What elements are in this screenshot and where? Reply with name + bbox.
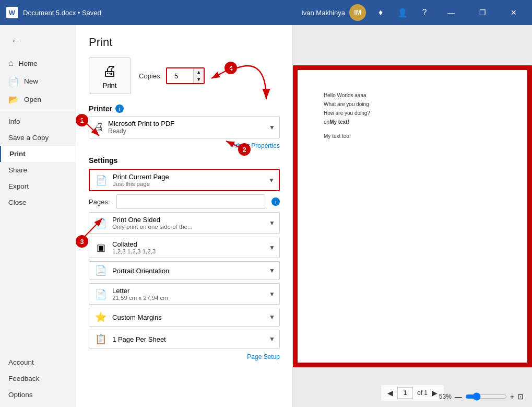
pages-per-sheet-info: 1 Page Per Sheet: [112, 335, 265, 343]
page-setup-link[interactable]: Page Setup: [247, 353, 280, 361]
orientation-main: Portrait Orientation: [112, 267, 265, 275]
printer-section-label: Printer i: [89, 104, 280, 113]
margins-dropdown-icon: ▼: [269, 313, 275, 321]
printer-dropdown-icon: ▼: [269, 124, 275, 131]
zoom-slider[interactable]: [465, 392, 507, 401]
preview-line-2: What are you doing: [324, 100, 506, 109]
margins-info: Custom Margins: [112, 313, 265, 321]
collate-main: Collated: [112, 240, 265, 248]
sidebar-item-print[interactable]: Print: [0, 146, 76, 162]
home-icon: ⌂: [8, 59, 14, 68]
margins-main: Custom Margins: [112, 313, 265, 321]
badge-3: 3: [76, 235, 88, 248]
setting-collate[interactable]: ▣ Collated 1,2,3 1,2,3 1,2,3 ▼: [89, 237, 280, 258]
paper-sub: 21,59 cm x 27,94 cm: [112, 295, 265, 301]
settings-section-label: Settings: [89, 156, 280, 165]
pages-per-sheet-icon: 📋: [93, 333, 108, 345]
preview-line-3: How are you doing?: [324, 109, 506, 118]
open-icon: 📂: [8, 95, 19, 104]
orientation-dropdown-icon: ▼: [269, 267, 275, 274]
printer-name: Microsoft Print to PDF: [108, 120, 265, 127]
sidebar-item-home[interactable]: ⌂ Home: [0, 54, 76, 72]
fit-icon[interactable]: ⊡: [517, 392, 524, 401]
setting-paper[interactable]: 📄 Letter 21,59 cm x 27,94 cm ▼: [89, 283, 280, 305]
pages-input[interactable]: [116, 194, 265, 209]
collate-info: Collated 1,2,3 1,2,3 1,2,3: [112, 240, 265, 254]
pages-info-icon[interactable]: i: [271, 197, 280, 206]
sides-main: Print One Sided: [112, 216, 265, 224]
sidebar-item-export[interactable]: Export: [0, 178, 76, 194]
close-button[interactable]: ✕: [502, 0, 526, 25]
paper-icon: 📄: [93, 288, 108, 300]
copies-down-button[interactable]: ▼: [193, 76, 204, 83]
help-button[interactable]: ?: [417, 5, 432, 20]
setting-print-scope[interactable]: 📄 Print Current Page Just this page ▼: [89, 169, 280, 191]
print-scope-icon: 📄: [94, 175, 109, 186]
preview-content: Hello Worlds aaaa What are you doing How…: [324, 91, 506, 141]
orientation-icon: 📄: [93, 265, 108, 276]
zoom-out-button[interactable]: —: [455, 392, 462, 401]
sidebar-item-share[interactable]: Share: [0, 162, 76, 178]
sidebar-bottom: Account Feedback Options: [0, 354, 76, 407]
preview-line-4: onMy text!: [324, 118, 506, 126]
sidebar-item-feedback[interactable]: Feedback: [0, 370, 76, 387]
sidebar-item-account[interactable]: Account: [0, 354, 76, 370]
page-nav: ◀ of 1 ▶: [381, 385, 444, 401]
orientation-info: Portrait Orientation: [112, 267, 265, 275]
sidebar-item-save-copy[interactable]: Save a Copy: [0, 130, 76, 146]
preview-line-1: Hello Worlds aaaa: [324, 91, 506, 100]
back-button[interactable]: ←: [6, 31, 25, 50]
word-icon: W: [6, 7, 18, 18]
pages-per-sheet-dropdown-icon: ▼: [269, 335, 275, 343]
margins-icon: ⭐: [93, 311, 108, 323]
zoom-level: 53%: [439, 393, 452, 400]
setting-margins[interactable]: ⭐ Custom Margins ▼: [89, 308, 280, 327]
printer-icon: 🖨: [93, 121, 104, 133]
setting-pages-per-sheet[interactable]: 📋 1 Page Per Sheet ▼: [89, 330, 280, 348]
restore-button[interactable]: ❐: [470, 0, 494, 25]
minimize-button[interactable]: —: [439, 0, 463, 25]
sidebar-item-new[interactable]: 📄 New: [0, 72, 76, 90]
copies-label: Copies:: [139, 72, 162, 80]
printer-info-icon[interactable]: i: [115, 104, 124, 113]
sidebar-item-open[interactable]: 📂 Open: [0, 90, 76, 109]
user-name: Ivan Makhinya: [301, 9, 345, 17]
print-scope-dropdown-icon: ▼: [268, 177, 275, 184]
page-total: of 1: [417, 389, 428, 397]
sidebar-item-label: Home: [19, 60, 38, 67]
print-scope-sub: Just this page: [113, 181, 264, 187]
paper-info: Letter 21,59 cm x 27,94 cm: [112, 287, 265, 301]
title-bar: W Document 5.docx • Saved Ivan Makhinya …: [0, 0, 532, 25]
collate-icon: ▣: [93, 242, 108, 253]
preview-line-5: My text too!: [324, 132, 506, 141]
preview-area: Hello Worlds aaaa What are you doing How…: [293, 25, 532, 407]
sidebar-item-close[interactable]: Close: [0, 194, 76, 211]
copies-input-wrap: ▲ ▼: [166, 67, 205, 84]
print-button[interactable]: 🖨 Print: [89, 57, 131, 94]
copies-input[interactable]: [167, 68, 193, 83]
copies-up-button[interactable]: ▲: [193, 68, 204, 76]
sides-icon: 📄: [93, 217, 108, 229]
setting-sides[interactable]: 📄 Print One Sided Only print on one side…: [89, 212, 280, 234]
print-title: Print: [89, 36, 280, 49]
page-number-input[interactable]: [397, 387, 413, 399]
sidebar-item-options[interactable]: Options: [0, 387, 76, 403]
preview-paper: Hello Worlds aaaa What are you doing How…: [298, 70, 527, 363]
setting-orientation[interactable]: 📄 Portrait Orientation ▼: [89, 261, 280, 280]
page-prev-button[interactable]: ◀: [387, 389, 393, 397]
printer-properties-link[interactable]: Printer Properties: [89, 141, 280, 150]
pages-row: Pages: i: [89, 194, 280, 209]
pages-per-sheet-main: 1 Page Per Sheet: [112, 335, 265, 343]
doc-title: Document 5.docx • Saved: [23, 9, 296, 17]
zoom-in-button[interactable]: +: [510, 392, 514, 401]
sidebar-item-info[interactable]: Info: [0, 113, 76, 130]
collate-dropdown-icon: ▼: [269, 244, 275, 251]
person-icon[interactable]: 👤: [395, 5, 410, 20]
printer-symbol-icon: 🖨: [102, 62, 117, 79]
printer-select[interactable]: 🖨 Microsoft Print to PDF Ready ▼: [89, 116, 280, 138]
sides-info: Print One Sided Only print on one side o…: [112, 216, 265, 230]
paper-main: Letter: [112, 287, 265, 295]
copies-spinner: ▲ ▼: [193, 68, 204, 83]
diamond-icon[interactable]: ♦: [373, 5, 388, 20]
page-next-button[interactable]: ▶: [432, 389, 438, 397]
